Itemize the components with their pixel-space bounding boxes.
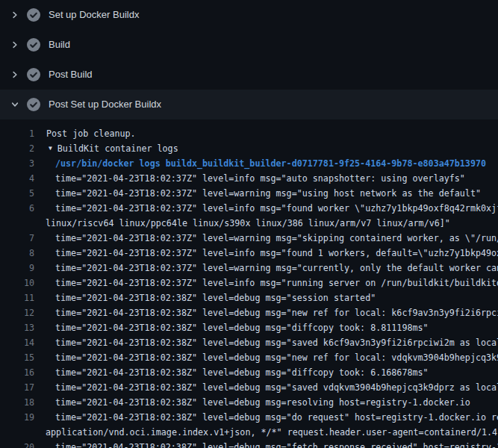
chevron-right-icon: [10, 40, 19, 49]
log-text: time="2021-04-23T18:02:37Z" level=info m…: [34, 171, 465, 186]
line-number[interactable]: 12: [0, 305, 34, 320]
log-text: time="2021-04-23T18:02:38Z" level=debug …: [34, 380, 498, 395]
log-line: 3 /usr/bin/docker logs buildx_buildkit_b…: [0, 156, 498, 171]
log-line: 18 time="2021-04-23T18:02:38Z" level=deb…: [0, 395, 498, 410]
log-text: time="2021-04-23T18:02:38Z" level=debug …: [34, 350, 498, 365]
log-text: time="2021-04-23T18:02:38Z" level=debug …: [34, 365, 429, 380]
log-line: 11 time="2021-04-23T18:02:38Z" level=deb…: [0, 290, 498, 305]
line-number[interactable]: 13: [0, 320, 34, 335]
line-number[interactable]: 11: [0, 290, 34, 305]
step-header[interactable]: Post Build: [0, 60, 498, 90]
line-number[interactable]: 4: [0, 171, 34, 186]
check-circle-icon: [27, 38, 40, 52]
step-header[interactable]: Set up Docker Buildx: [0, 0, 498, 30]
line-number[interactable]: 9: [0, 261, 34, 276]
log-line: 2 ▼ BuildKit container logs: [0, 141, 498, 156]
log-line: 14 time="2021-04-23T18:02:38Z" level=deb…: [0, 335, 498, 350]
log-line: 15 time="2021-04-23T18:02:38Z" level=deb…: [0, 350, 498, 365]
line-number[interactable]: 18: [0, 395, 34, 410]
line-number[interactable]: 7: [0, 231, 34, 246]
log-text: time="2021-04-23T18:02:38Z" level=debug …: [34, 335, 498, 350]
log-line: 17 time="2021-04-23T18:02:38Z" level=deb…: [0, 380, 498, 395]
step-header[interactable]: Build: [0, 30, 498, 60]
log-line: 13 time="2021-04-23T18:02:38Z" level=deb…: [0, 320, 498, 335]
log-line: application/vnd.oci.image.index.v1+json,…: [0, 425, 498, 440]
line-number[interactable]: 17: [0, 380, 34, 395]
log-line: 19 time="2021-04-23T18:02:38Z" level=deb…: [0, 410, 498, 425]
log-text: time="2021-04-23T18:02:38Z" level=debug …: [34, 290, 376, 305]
line-number[interactable]: 1: [0, 126, 34, 141]
log-text: time="2021-04-23T18:02:38Z" level=debug …: [34, 395, 470, 410]
group-caret-icon: ▼: [34, 141, 52, 156]
log-text: linux/riscv64 linux/ppc64le linux/s390x …: [34, 216, 450, 231]
log-line: 5 time="2021-04-23T18:02:37Z" level=warn…: [0, 186, 498, 201]
step-label: Post Build: [49, 60, 93, 90]
command-text: /usr/bin/docker logs buildx_buildkit_bui…: [34, 156, 486, 171]
line-number[interactable]: 5: [0, 186, 34, 201]
log-line: 10 time="2021-04-23T18:02:37Z" level=inf…: [0, 276, 498, 290]
log-text: Post job cleanup.: [34, 126, 136, 141]
log-text: time="2021-04-23T18:02:38Z" level=debug …: [34, 320, 429, 335]
chevron-right-icon: [10, 70, 19, 79]
check-circle-icon: [27, 8, 40, 22]
log-text: time="2021-04-23T18:02:37Z" level=info m…: [34, 201, 498, 216]
log-line: 8 time="2021-04-23T18:02:37Z" level=info…: [0, 246, 498, 261]
log-line: 4 time="2021-04-23T18:02:37Z" level=info…: [0, 171, 498, 186]
line-number[interactable]: 14: [0, 335, 34, 350]
log-line: linux/riscv64 linux/ppc64le linux/s390x …: [0, 216, 498, 231]
step-list: Set up Docker Buildx Build Post Build Po…: [0, 0, 498, 119]
step-label: Set up Docker Buildx: [49, 0, 139, 30]
log-output: 1 Post job cleanup. 2 ▼ BuildKit contain…: [0, 119, 498, 448]
step-header[interactable]: Post Set up Docker Buildx: [0, 90, 498, 119]
actions-log-viewer: Set up Docker Buildx Build Post Build Po…: [0, 0, 498, 448]
check-circle-icon: [27, 98, 40, 111]
chevron-down-icon: [10, 100, 19, 109]
line-number[interactable]: 15: [0, 350, 34, 365]
log-line: 9 time="2021-04-23T18:02:37Z" level=warn…: [0, 261, 498, 276]
chevron-right-icon: [10, 10, 19, 19]
check-circle-icon: [27, 68, 40, 81]
log-text: time="2021-04-23T18:02:37Z" level=warnin…: [34, 261, 498, 276]
line-number[interactable]: 8: [0, 246, 34, 261]
log-line: 1 Post job cleanup.: [0, 126, 498, 141]
log-text: time="2021-04-23T18:02:38Z" level=debug …: [34, 410, 498, 425]
line-number[interactable]: 2: [0, 141, 34, 156]
log-text: time="2021-04-23T18:02:37Z" level=warnin…: [34, 231, 498, 246]
line-number[interactable]: 10: [0, 276, 34, 290]
line-number[interactable]: 19: [0, 410, 34, 425]
line-number[interactable]: 20: [0, 440, 34, 448]
line-number[interactable]: [0, 216, 34, 231]
log-line: 16 time="2021-04-23T18:02:38Z" level=deb…: [0, 365, 498, 380]
log-text: time="2021-04-23T18:02:38Z" level=debug …: [34, 305, 498, 320]
line-number[interactable]: 3: [0, 156, 34, 171]
log-text: time="2021-04-23T18:02:38Z" level=debug …: [34, 440, 498, 448]
log-text: time="2021-04-23T18:02:37Z" level=warnin…: [34, 186, 481, 201]
log-line: 20 time="2021-04-23T18:02:38Z" level=deb…: [0, 440, 498, 448]
log-line: 6 time="2021-04-23T18:02:37Z" level=info…: [0, 201, 498, 216]
line-number[interactable]: [0, 425, 34, 440]
log-text: time="2021-04-23T18:02:37Z" level=info m…: [34, 246, 498, 261]
log-line: 12 time="2021-04-23T18:02:38Z" level=deb…: [0, 305, 498, 320]
line-number[interactable]: 16: [0, 365, 34, 380]
log-text: application/vnd.oci.image.index.v1+json,…: [34, 425, 497, 440]
log-group-toggle[interactable]: BuildKit container logs: [52, 141, 178, 156]
step-label: Build: [49, 30, 70, 60]
log-line: 7 time="2021-04-23T18:02:37Z" level=warn…: [0, 231, 498, 246]
step-label: Post Set up Docker Buildx: [49, 90, 161, 119]
line-number[interactable]: 6: [0, 201, 34, 216]
log-text: time="2021-04-23T18:02:37Z" level=info m…: [34, 276, 498, 290]
